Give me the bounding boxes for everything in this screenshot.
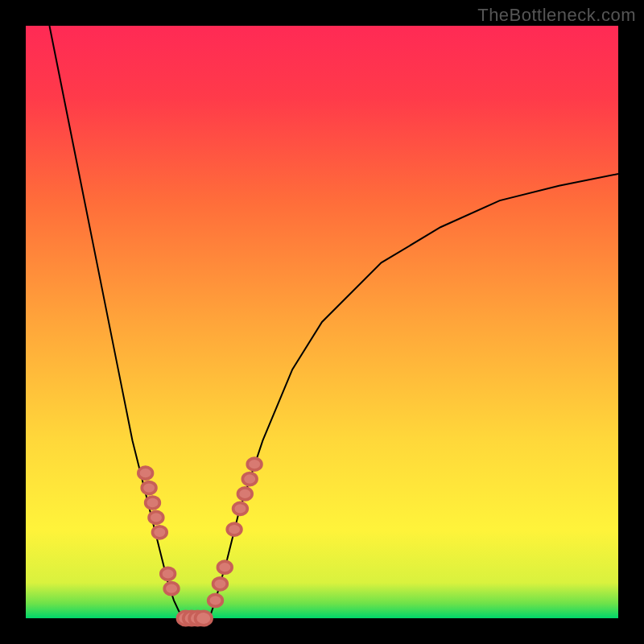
marker-dot (213, 578, 228, 590)
marker-dot (153, 526, 167, 539)
watermark-text: TheBottleneck.com (477, 5, 636, 26)
marker-dots (138, 458, 262, 625)
marker-dot (227, 523, 242, 535)
marker-dot (208, 594, 223, 606)
marker-dot (195, 611, 212, 625)
marker-dot (247, 458, 262, 470)
plot-area (26, 26, 618, 618)
marker-dot (149, 511, 163, 523)
marker-dot (164, 583, 179, 595)
marker-dot (138, 467, 153, 479)
marker-dot (217, 561, 232, 573)
marker-dot (142, 482, 156, 494)
v-curve (49, 26, 618, 618)
chart-svg (26, 26, 618, 618)
marker-dot (146, 497, 160, 509)
chart-container: TheBottleneck.com (0, 0, 644, 644)
marker-dot (237, 488, 252, 500)
curve-lines (49, 26, 618, 618)
marker-dot (161, 568, 175, 580)
marker-dot (233, 502, 248, 514)
marker-dot (242, 473, 257, 485)
